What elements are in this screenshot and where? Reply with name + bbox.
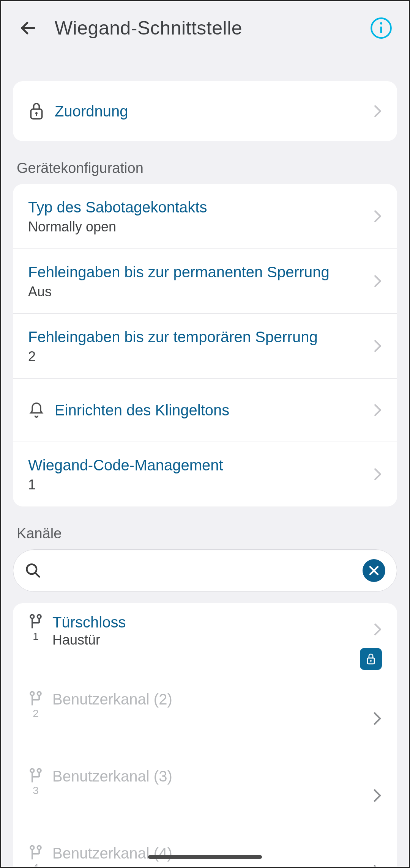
channel-number: 4 xyxy=(33,862,39,866)
config-value: Normally open xyxy=(28,219,366,235)
config-row-temporary-lock[interactable]: Fehleingaben bis zur temporären Sperrung… xyxy=(13,313,397,378)
arrow-left-icon xyxy=(19,19,37,37)
config-label: Wiegand-Code-Management xyxy=(28,456,366,475)
chevron-right-icon xyxy=(374,105,382,118)
channel-title: Benutzerkanal (4) xyxy=(52,844,172,862)
chevron-right-icon xyxy=(374,404,382,417)
config-label: Einrichten des Klingeltons xyxy=(55,401,366,420)
clear-search-button[interactable] xyxy=(363,559,385,582)
info-icon xyxy=(369,16,393,40)
channel-row[interactable]: 1 Türschloss Haustür xyxy=(13,603,397,680)
config-value: 1 xyxy=(28,477,366,493)
channel-subtitle: Haustür xyxy=(52,632,126,648)
svg-point-11 xyxy=(30,615,34,618)
channel-icon xyxy=(27,844,44,861)
svg-point-30 xyxy=(37,846,41,849)
channel-title: Türschloss xyxy=(52,613,126,631)
channel-title: Benutzerkanal (3) xyxy=(52,767,172,785)
svg-point-25 xyxy=(37,769,41,772)
svg-point-20 xyxy=(37,692,41,695)
chevron-right-icon xyxy=(374,275,382,288)
section-title-device-config: Gerätekonfiguration xyxy=(17,160,408,176)
search-input[interactable] xyxy=(41,563,363,579)
lock-icon xyxy=(365,652,377,666)
search-icon xyxy=(25,562,41,579)
channel-number: 1 xyxy=(33,631,39,643)
lock-badge xyxy=(360,648,382,670)
channel-number: 2 xyxy=(33,708,39,720)
config-row-wiegand-code[interactable]: Wiegand-Code-Management 1 xyxy=(13,442,397,506)
section-title-channels: Kanäle xyxy=(17,525,408,542)
channel-search[interactable] xyxy=(13,549,397,592)
svg-point-17 xyxy=(370,660,372,661)
config-row-tamper-type[interactable]: Typ des Sabotagekontakts Normally open xyxy=(13,184,397,248)
config-value: Aus xyxy=(28,284,366,300)
svg-point-3 xyxy=(380,22,382,25)
config-label: Typ des Sabotagekontakts xyxy=(28,198,366,217)
close-icon xyxy=(367,564,380,577)
channel-number: 3 xyxy=(33,785,39,797)
chevron-right-icon xyxy=(373,789,382,802)
page-title: Wiegand-Schnittstelle xyxy=(55,17,369,39)
channel-row[interactable]: 4 Benutzerkanal (4) xyxy=(13,834,397,866)
chevron-right-icon xyxy=(373,712,382,725)
home-indicator xyxy=(148,855,262,859)
svg-point-19 xyxy=(30,692,34,695)
info-button[interactable] xyxy=(369,16,393,40)
chevron-right-icon xyxy=(374,468,382,481)
channel-icon xyxy=(27,613,44,630)
chevron-right-icon xyxy=(374,340,382,352)
back-button[interactable] xyxy=(17,17,39,39)
config-label: Fehleingaben bis zur permanenten Sperrun… xyxy=(28,263,366,281)
chevron-right-icon xyxy=(373,865,382,866)
header: Wiegand-Schnittstelle xyxy=(2,2,408,55)
lock-icon xyxy=(28,101,45,121)
channel-row[interactable]: 3 Benutzerkanal (3) xyxy=(13,757,397,834)
chevron-right-icon xyxy=(374,210,382,223)
bell-icon xyxy=(28,401,45,419)
svg-line-8 xyxy=(35,573,39,577)
channel-icon xyxy=(27,690,44,707)
config-row-ringtone[interactable]: Einrichten des Klingeltons xyxy=(13,378,397,442)
config-value: 2 xyxy=(28,349,366,365)
config-row-permanent-lock[interactable]: Fehleingaben bis zur permanenten Sperrun… xyxy=(13,248,397,313)
assignment-label: Zuordnung xyxy=(55,102,366,121)
svg-point-24 xyxy=(30,769,34,772)
svg-point-29 xyxy=(30,846,34,849)
config-label: Fehleingaben bis zur temporären Sperrung xyxy=(28,327,366,346)
chevron-right-icon xyxy=(374,623,382,636)
channel-row[interactable]: 2 Benutzerkanal (2) xyxy=(13,680,397,757)
channel-icon xyxy=(27,767,44,784)
assignment-row[interactable]: Zuordnung xyxy=(13,81,397,141)
svg-point-12 xyxy=(37,615,41,618)
channel-title: Benutzerkanal (2) xyxy=(52,690,172,708)
